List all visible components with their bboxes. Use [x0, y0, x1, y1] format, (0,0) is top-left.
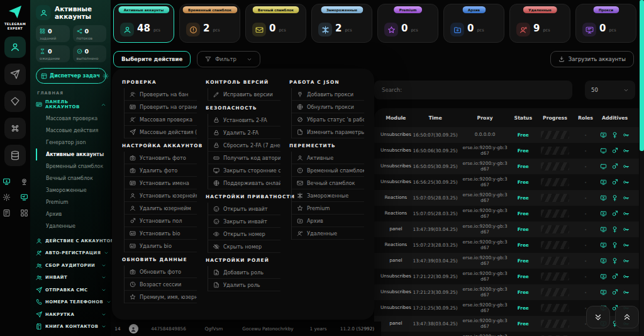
- table-row[interactable]: Reactions15:07:05(28.03.25)erse.io:9200:…: [374, 206, 639, 221]
- scroll-to-bottom-button[interactable]: [586, 306, 610, 328]
- menu-item[interactable]: Массовые действия (11): [125, 126, 197, 138]
- rail-nav-database[interactable]: [4, 145, 26, 166]
- table-row[interactable]: Unsubscribes16:50:05(30.09.25)erse.io:92…: [374, 159, 639, 174]
- menu-item[interactable]: Изменить параметры: [292, 126, 364, 138]
- stat-card[interactable]: Замороженные2pcs: [311, 4, 372, 43]
- monitor-sn-icon[interactable]: [18, 193, 30, 201]
- menu-item[interactable]: Вечный спамблок: [292, 177, 364, 189]
- stat-card[interactable]: Прокси0pcs: [575, 4, 636, 43]
- menu-item[interactable]: Сбросить 2-FA (7 дней): [208, 139, 280, 152]
- sidebar-item[interactable]: Генератор json: [36, 137, 106, 148]
- gear-icon[interactable]: [1, 193, 12, 201]
- table-row[interactable]: panel13:47:39(03.04.25)erse.io:9200:y-gb…: [374, 253, 639, 269]
- stat-card[interactable]: Вечный спамблок0pcs: [245, 4, 306, 43]
- menu-item[interactable]: Открыть инвайт: [208, 203, 280, 215]
- page-size-select[interactable]: 50: [585, 81, 635, 99]
- menu-item[interactable]: Установить имена: [125, 177, 197, 189]
- menu-item[interactable]: Обнулить прокси: [292, 101, 364, 113]
- rail-nav-send[interactable]: [4, 64, 26, 85]
- sidebar-item[interactable]: Массовая проверка: [36, 113, 106, 125]
- table-row[interactable]: Unsubscribes17:21:23(30.09.25)erse.io:92…: [374, 284, 639, 300]
- account-row-peek[interactable]: 14 447584849856 QgfVsm Gocewu Patonochrk…: [111, 322, 381, 336]
- menu-item[interactable]: Закрыть инвайт: [208, 215, 280, 228]
- sidebar-item[interactable]: Активные аккаунты: [36, 148, 106, 160]
- task-manager-button[interactable]: Диспетчер задач: [36, 68, 106, 84]
- sidebar-group[interactable]: СБОР АУДИТОРИИ: [36, 259, 106, 272]
- scroll-to-top-button[interactable]: [615, 306, 639, 328]
- gear-icon[interactable]: [103, 73, 109, 79]
- table-row[interactable]: Unsubscribes17:21:22(30.09.25)erse.io:92…: [374, 269, 639, 284]
- menu-item[interactable]: Установить 2-FA: [208, 114, 280, 126]
- table-row[interactable]: Reactions15:07:05(28.03.25)erse.io:9200:…: [374, 190, 639, 206]
- menu-item[interactable]: Удалить bio: [125, 240, 197, 252]
- grid-icon[interactable]: [18, 209, 30, 217]
- upload-accounts-button[interactable]: Загрузить аккаунты: [550, 51, 634, 67]
- choose-action-button[interactable]: Выберите действие: [113, 51, 191, 67]
- menu-item[interactable]: Замороженные: [292, 189, 364, 202]
- filter-button[interactable]: Фильтр: [197, 51, 260, 67]
- menu-item[interactable]: Проверить на ограничение: [125, 101, 197, 113]
- webcam-icon[interactable]: [18, 177, 30, 186]
- sidebar-item[interactable]: Массовые действия: [36, 125, 106, 137]
- sidebar-item[interactable]: Замороженные: [36, 184, 106, 196]
- menu-item[interactable]: Исправить версии: [208, 88, 280, 101]
- table-row[interactable]: Reactions15:07:23(28.03.25)erse.io:9200:…: [374, 237, 639, 253]
- sidebar-group[interactable]: ИНВАЙТ: [36, 272, 106, 284]
- sidebar-group[interactable]: КНИГА КОНТАКТОВ: [36, 321, 106, 333]
- menu-item[interactable]: Обновить фото: [125, 266, 197, 278]
- menu-item[interactable]: Временный спамблок: [292, 164, 364, 177]
- menu-item[interactable]: Удалить роль: [208, 279, 280, 291]
- menu-item[interactable]: Удалить фото: [125, 164, 197, 177]
- menu-item[interactable]: Установить фото: [125, 152, 197, 164]
- menu-item[interactable]: Premium: [292, 202, 364, 215]
- sidebar-item[interactable]: Удаленные: [36, 220, 106, 232]
- rail-nav-diamond[interactable]: [4, 91, 26, 112]
- menu-item[interactable]: Архив: [292, 215, 364, 227]
- menu-item[interactable]: Скрыть номер: [208, 240, 280, 253]
- menu-item[interactable]: Добавить прокси: [292, 88, 364, 101]
- menu-item[interactable]: Возраст сессии: [125, 278, 197, 291]
- menu-item[interactable]: Установить пол: [125, 215, 197, 227]
- menu-item[interactable]: Проверить на бан: [125, 88, 197, 101]
- stat-card[interactable]: Архив0pcs: [443, 4, 504, 43]
- rail-nav-user[interactable]: [4, 36, 26, 58]
- stat-card[interactable]: Временный спамблок2pcs: [179, 4, 240, 43]
- table-row[interactable]: panel13:47:38(03.04.25)erse.io:9200:y-gb…: [374, 332, 639, 336]
- menu-item[interactable]: Удалить юзернейм: [125, 202, 197, 215]
- sidebar-group[interactable]: НОМЕРА ТЕЛЕФОНОВ: [36, 296, 106, 309]
- table-row[interactable]: Unsubscribes16:50:07(30.09.25)0.0.0.0:0F…: [374, 127, 639, 143]
- sidebar-group[interactable]: НАКРУТКА: [36, 308, 106, 321]
- search-input[interactable]: [374, 81, 572, 99]
- sidebar-group[interactable]: АВТО-РЕГИСТРАЦИЯ: [36, 247, 106, 260]
- menu-item[interactable]: Получить код авторизации: [208, 152, 280, 164]
- menu-item[interactable]: Закрыть сторонние сессии: [208, 164, 280, 177]
- note-icon[interactable]: [1, 209, 12, 217]
- scrollbar-thumb[interactable]: [640, 0, 644, 151]
- table-row[interactable]: panel13:47:39(03.04.25)erse.io:9200:y-gb…: [374, 221, 639, 237]
- menu-item[interactable]: Открыть номер: [208, 228, 280, 240]
- menu-item[interactable]: Поддерживать онлайн: [208, 177, 280, 189]
- table-row[interactable]: Unsubscribes16:56:25(30.09.25)erse.io:92…: [374, 174, 639, 190]
- menu-item[interactable]: Установить bio: [125, 227, 197, 240]
- menu-item[interactable]: Массовая проверка: [125, 113, 197, 126]
- sidebar-item[interactable]: Архив: [36, 208, 106, 220]
- sidebar-item[interactable]: Временный спамблок: [36, 160, 106, 172]
- stat-card[interactable]: Удаленные9pcs: [509, 4, 570, 43]
- stat-card[interactable]: Активные аккаунты48pcs: [113, 4, 174, 43]
- stat-card[interactable]: Premium0pcs: [377, 4, 438, 43]
- menu-item[interactable]: Удалить 2-FA: [208, 126, 280, 139]
- page-scrollbar[interactable]: [640, 0, 644, 336]
- table-row[interactable]: Unsubscribes16:50:06(30.09.25)erse.io:92…: [374, 143, 639, 159]
- sidebar-group[interactable]: ДЕЙСТВИЕ С АККАУНТОМ: [36, 235, 106, 247]
- sidebar-group[interactable]: ОТПРАВКА СМС: [36, 284, 106, 296]
- sidebar-item[interactable]: Вечный спамблок: [36, 172, 106, 184]
- menu-item[interactable]: Премиум, имя, юзернейм: [125, 291, 197, 303]
- menu-item[interactable]: Удаленные: [292, 227, 364, 240]
- menu-item[interactable]: Установить юзернейм: [125, 189, 197, 202]
- sidebar-item[interactable]: Premium: [36, 196, 106, 208]
- menu-item[interactable]: Активные: [292, 152, 364, 164]
- menu-item[interactable]: Добавить роль: [208, 266, 280, 279]
- pc-icon[interactable]: [1, 177, 12, 186]
- menu-item[interactable]: Убрать статус 'в работе': [292, 113, 364, 126]
- rail-nav-command[interactable]: [4, 118, 26, 139]
